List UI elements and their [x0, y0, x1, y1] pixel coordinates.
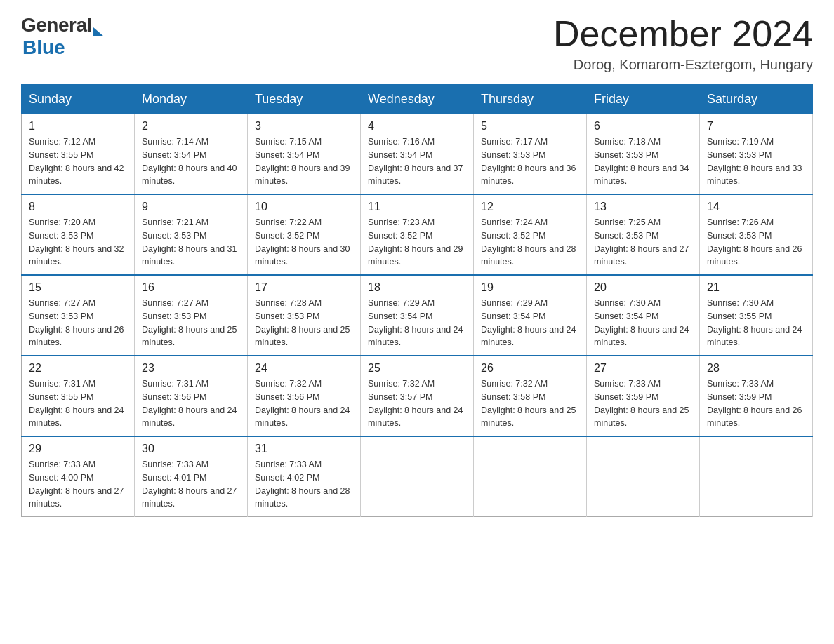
- calendar-header-row: SundayMondayTuesdayWednesdayThursdayFrid…: [22, 85, 813, 114]
- page-subtitle: Dorog, Komarom-Esztergom, Hungary: [553, 57, 813, 73]
- day-number: 25: [368, 362, 466, 375]
- calendar-cell: 20 Sunrise: 7:30 AM Sunset: 3:54 PM Dayl…: [587, 275, 700, 356]
- day-number: 22: [29, 362, 127, 375]
- calendar-cell: 24 Sunrise: 7:32 AM Sunset: 3:56 PM Dayl…: [248, 356, 361, 436]
- day-number: 8: [29, 201, 127, 213]
- day-info: Sunrise: 7:23 AM Sunset: 3:52 PM Dayligh…: [368, 216, 466, 269]
- calendar-cell: 6 Sunrise: 7:18 AM Sunset: 3:53 PM Dayli…: [587, 114, 700, 195]
- day-number: 5: [481, 120, 579, 133]
- calendar-cell: 4 Sunrise: 7:16 AM Sunset: 3:54 PM Dayli…: [361, 114, 474, 195]
- calendar-cell: 30 Sunrise: 7:33 AM Sunset: 4:01 PM Dayl…: [135, 436, 248, 517]
- day-number: 19: [481, 281, 579, 294]
- day-number: 12: [481, 201, 579, 213]
- day-number: 9: [142, 201, 240, 213]
- calendar-cell: 3 Sunrise: 7:15 AM Sunset: 3:54 PM Dayli…: [248, 114, 361, 195]
- day-number: 17: [255, 281, 353, 294]
- day-info: Sunrise: 7:30 AM Sunset: 3:55 PM Dayligh…: [707, 297, 805, 349]
- day-number: 15: [29, 281, 127, 294]
- day-number: 1: [29, 120, 127, 133]
- day-info: Sunrise: 7:33 AM Sunset: 4:02 PM Dayligh…: [255, 458, 353, 511]
- calendar-cell: [700, 436, 813, 517]
- day-info: Sunrise: 7:14 AM Sunset: 3:54 PM Dayligh…: [142, 135, 240, 188]
- day-info: Sunrise: 7:33 AM Sunset: 3:59 PM Dayligh…: [707, 377, 805, 430]
- calendar-cell: 21 Sunrise: 7:30 AM Sunset: 3:55 PM Dayl…: [700, 275, 813, 356]
- day-number: 24: [255, 362, 353, 375]
- day-info: Sunrise: 7:33 AM Sunset: 3:59 PM Dayligh…: [594, 377, 692, 430]
- calendar-header-saturday: Saturday: [700, 85, 813, 114]
- day-number: 11: [368, 201, 466, 213]
- calendar-week-4: 22 Sunrise: 7:31 AM Sunset: 3:55 PM Dayl…: [22, 356, 813, 436]
- day-info: Sunrise: 7:26 AM Sunset: 3:53 PM Dayligh…: [707, 216, 805, 269]
- day-info: Sunrise: 7:19 AM Sunset: 3:53 PM Dayligh…: [707, 135, 805, 188]
- day-number: 31: [255, 443, 353, 455]
- calendar-cell: 31 Sunrise: 7:33 AM Sunset: 4:02 PM Dayl…: [248, 436, 361, 517]
- day-number: 6: [594, 120, 692, 133]
- calendar-week-5: 29 Sunrise: 7:33 AM Sunset: 4:00 PM Dayl…: [22, 436, 813, 517]
- calendar-header-tuesday: Tuesday: [248, 85, 361, 114]
- day-info: Sunrise: 7:33 AM Sunset: 4:00 PM Dayligh…: [29, 458, 127, 511]
- day-info: Sunrise: 7:21 AM Sunset: 3:53 PM Dayligh…: [142, 216, 240, 269]
- calendar-header-monday: Monday: [135, 85, 248, 114]
- title-area: December 2024 Dorog, Komarom-Esztergom, …: [553, 14, 813, 73]
- calendar-cell: [361, 436, 474, 517]
- day-number: 30: [142, 443, 240, 455]
- day-info: Sunrise: 7:12 AM Sunset: 3:55 PM Dayligh…: [29, 135, 127, 188]
- calendar-cell: 23 Sunrise: 7:31 AM Sunset: 3:56 PM Dayl…: [135, 356, 248, 436]
- day-number: 26: [481, 362, 579, 375]
- day-number: 20: [594, 281, 692, 294]
- day-number: 3: [255, 120, 353, 133]
- day-info: Sunrise: 7:27 AM Sunset: 3:53 PM Dayligh…: [29, 297, 127, 349]
- day-info: Sunrise: 7:16 AM Sunset: 3:54 PM Dayligh…: [368, 135, 466, 188]
- day-info: Sunrise: 7:28 AM Sunset: 3:53 PM Dayligh…: [255, 297, 353, 349]
- day-info: Sunrise: 7:31 AM Sunset: 3:55 PM Dayligh…: [29, 377, 127, 430]
- day-number: 10: [255, 201, 353, 213]
- calendar-cell: 13 Sunrise: 7:25 AM Sunset: 3:53 PM Dayl…: [587, 194, 700, 275]
- day-info: Sunrise: 7:29 AM Sunset: 3:54 PM Dayligh…: [368, 297, 466, 349]
- day-info: Sunrise: 7:25 AM Sunset: 3:53 PM Dayligh…: [594, 216, 692, 269]
- day-info: Sunrise: 7:15 AM Sunset: 3:54 PM Dayligh…: [255, 135, 353, 188]
- day-info: Sunrise: 7:32 AM Sunset: 3:57 PM Dayligh…: [368, 377, 466, 430]
- day-info: Sunrise: 7:18 AM Sunset: 3:53 PM Dayligh…: [594, 135, 692, 188]
- calendar-cell: 26 Sunrise: 7:32 AM Sunset: 3:58 PM Dayl…: [474, 356, 587, 436]
- day-number: 18: [368, 281, 466, 294]
- calendar-cell: 10 Sunrise: 7:22 AM Sunset: 3:52 PM Dayl…: [248, 194, 361, 275]
- calendar-cell: 19 Sunrise: 7:29 AM Sunset: 3:54 PM Dayl…: [474, 275, 587, 356]
- calendar-cell: 1 Sunrise: 7:12 AM Sunset: 3:55 PM Dayli…: [22, 114, 135, 195]
- calendar-cell: 5 Sunrise: 7:17 AM Sunset: 3:53 PM Dayli…: [474, 114, 587, 195]
- calendar-cell: 7 Sunrise: 7:19 AM Sunset: 3:53 PM Dayli…: [700, 114, 813, 195]
- day-number: 16: [142, 281, 240, 294]
- day-number: 7: [707, 120, 805, 133]
- header: General Blue December 2024 Dorog, Komaro…: [21, 14, 813, 73]
- day-number: 23: [142, 362, 240, 375]
- day-number: 14: [707, 201, 805, 213]
- day-info: Sunrise: 7:31 AM Sunset: 3:56 PM Dayligh…: [142, 377, 240, 430]
- day-number: 4: [368, 120, 466, 133]
- logo-blue-text: Blue: [22, 36, 65, 59]
- calendar-cell: [587, 436, 700, 517]
- calendar-cell: 22 Sunrise: 7:31 AM Sunset: 3:55 PM Dayl…: [22, 356, 135, 436]
- logo: General Blue: [21, 14, 104, 59]
- day-number: 27: [594, 362, 692, 375]
- day-info: Sunrise: 7:30 AM Sunset: 3:54 PM Dayligh…: [594, 297, 692, 349]
- calendar-cell: 18 Sunrise: 7:29 AM Sunset: 3:54 PM Dayl…: [361, 275, 474, 356]
- day-number: 29: [29, 443, 127, 455]
- calendar-cell: 29 Sunrise: 7:33 AM Sunset: 4:00 PM Dayl…: [22, 436, 135, 517]
- calendar-table: SundayMondayTuesdayWednesdayThursdayFrid…: [21, 84, 813, 517]
- calendar-header-wednesday: Wednesday: [361, 85, 474, 114]
- calendar-header-thursday: Thursday: [474, 85, 587, 114]
- logo-triangle-icon: [93, 27, 104, 36]
- day-info: Sunrise: 7:24 AM Sunset: 3:52 PM Dayligh…: [481, 216, 579, 269]
- calendar-header-sunday: Sunday: [22, 85, 135, 114]
- calendar-cell: [474, 436, 587, 517]
- calendar-cell: 11 Sunrise: 7:23 AM Sunset: 3:52 PM Dayl…: [361, 194, 474, 275]
- day-info: Sunrise: 7:32 AM Sunset: 3:58 PM Dayligh…: [481, 377, 579, 430]
- calendar-header-friday: Friday: [587, 85, 700, 114]
- calendar-cell: 8 Sunrise: 7:20 AM Sunset: 3:53 PM Dayli…: [22, 194, 135, 275]
- calendar-cell: 16 Sunrise: 7:27 AM Sunset: 3:53 PM Dayl…: [135, 275, 248, 356]
- calendar-cell: 9 Sunrise: 7:21 AM Sunset: 3:53 PM Dayli…: [135, 194, 248, 275]
- day-number: 2: [142, 120, 240, 133]
- calendar-cell: 27 Sunrise: 7:33 AM Sunset: 3:59 PM Dayl…: [587, 356, 700, 436]
- day-info: Sunrise: 7:20 AM Sunset: 3:53 PM Dayligh…: [29, 216, 127, 269]
- day-number: 13: [594, 201, 692, 213]
- day-info: Sunrise: 7:33 AM Sunset: 4:01 PM Dayligh…: [142, 458, 240, 511]
